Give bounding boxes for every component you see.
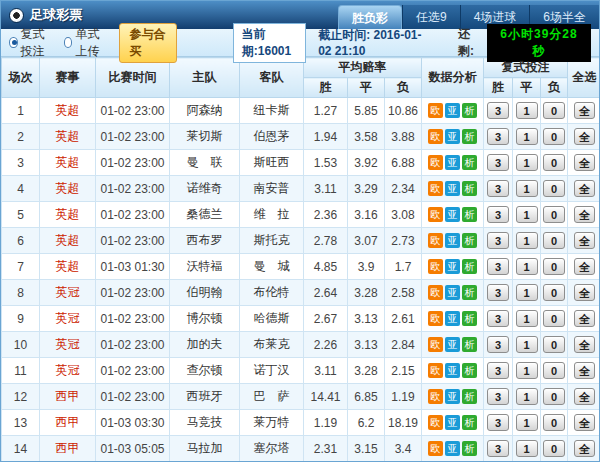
analysis-icon[interactable]: 析 [462, 337, 477, 352]
bet-draw-button[interactable]: 1 [516, 440, 538, 457]
bet-draw-button[interactable]: 1 [516, 414, 538, 431]
bet-win-button[interactable]: 3 [487, 128, 509, 145]
bet-draw-button[interactable]: 1 [516, 336, 538, 353]
bet-lose-button[interactable]: 0 [543, 102, 565, 119]
select-all-row-button[interactable]: 全 [574, 128, 595, 145]
analysis-icon[interactable]: 析 [462, 233, 477, 248]
bet-win-button[interactable]: 3 [487, 154, 509, 171]
bet-draw-button[interactable]: 1 [516, 258, 538, 275]
analysis-icon[interactable]: 析 [462, 441, 477, 456]
bet-draw-button[interactable]: 1 [516, 206, 538, 223]
euro-odds-icon[interactable]: 欧 [428, 363, 443, 378]
bet-lose-button[interactable]: 0 [543, 232, 565, 249]
bet-win-button[interactable]: 3 [487, 310, 509, 327]
bet-win-button[interactable]: 3 [487, 232, 509, 249]
select-all-row-button[interactable]: 全 [574, 180, 595, 197]
bet-draw-button[interactable]: 1 [516, 154, 538, 171]
analysis-icon[interactable]: 析 [462, 207, 477, 222]
bet-draw-button[interactable]: 1 [516, 102, 538, 119]
euro-odds-icon[interactable]: 欧 [428, 389, 443, 404]
select-all-row-button[interactable]: 全 [574, 206, 595, 223]
select-all-row-button[interactable]: 全 [574, 388, 595, 405]
euro-odds-icon[interactable]: 欧 [428, 207, 443, 222]
asia-handicap-icon[interactable]: 亚 [445, 259, 460, 274]
select-all-row-button[interactable]: 全 [574, 362, 595, 379]
euro-odds-icon[interactable]: 欧 [428, 311, 443, 326]
bet-win-button[interactable]: 3 [487, 336, 509, 353]
tab-win-draw-lose[interactable]: 胜负彩 [338, 5, 402, 29]
select-all-row-button[interactable]: 全 [574, 336, 595, 353]
asia-handicap-icon[interactable]: 亚 [445, 233, 460, 248]
euro-odds-icon[interactable]: 欧 [428, 103, 443, 118]
analysis-icon[interactable]: 析 [462, 103, 477, 118]
euro-odds-icon[interactable]: 欧 [428, 155, 443, 170]
select-all-row-button[interactable]: 全 [574, 154, 595, 171]
bet-lose-button[interactable]: 0 [543, 284, 565, 301]
asia-handicap-icon[interactable]: 亚 [445, 129, 460, 144]
tab-pick-9[interactable]: 任选9 [402, 5, 460, 29]
single-upload-radio[interactable]: 单式上传 [64, 26, 111, 60]
asia-handicap-icon[interactable]: 亚 [445, 389, 460, 404]
bet-lose-button[interactable]: 0 [543, 180, 565, 197]
select-all-row-button[interactable]: 全 [574, 258, 595, 275]
current-period-select[interactable]: 当前期:16001 [233, 23, 306, 63]
bet-win-button[interactable]: 3 [487, 440, 509, 457]
join-group-buy-button[interactable]: 参与合买 [119, 23, 177, 63]
bet-draw-button[interactable]: 1 [516, 362, 538, 379]
select-all-row-button[interactable]: 全 [574, 310, 595, 327]
euro-odds-icon[interactable]: 欧 [428, 285, 443, 300]
bet-lose-button[interactable]: 0 [543, 336, 565, 353]
select-all-row-button[interactable]: 全 [574, 284, 595, 301]
euro-odds-icon[interactable]: 欧 [428, 233, 443, 248]
analysis-icon[interactable]: 析 [462, 259, 477, 274]
asia-handicap-icon[interactable]: 亚 [445, 285, 460, 300]
bet-win-button[interactable]: 3 [487, 388, 509, 405]
select-all-row-button[interactable]: 全 [574, 440, 595, 457]
analysis-icon[interactable]: 析 [462, 363, 477, 378]
bet-lose-button[interactable]: 0 [543, 362, 565, 379]
euro-odds-icon[interactable]: 欧 [428, 129, 443, 144]
bet-win-button[interactable]: 3 [487, 414, 509, 431]
bet-win-button[interactable]: 3 [487, 362, 509, 379]
asia-handicap-icon[interactable]: 亚 [445, 415, 460, 430]
bet-draw-button[interactable]: 1 [516, 284, 538, 301]
analysis-icon[interactable]: 析 [462, 285, 477, 300]
analysis-icon[interactable]: 析 [462, 311, 477, 326]
asia-handicap-icon[interactable]: 亚 [445, 441, 460, 456]
bet-win-button[interactable]: 3 [487, 206, 509, 223]
bet-lose-button[interactable]: 0 [543, 414, 565, 431]
euro-odds-icon[interactable]: 欧 [428, 337, 443, 352]
bet-lose-button[interactable]: 0 [543, 310, 565, 327]
bet-win-button[interactable]: 3 [487, 258, 509, 275]
bet-lose-button[interactable]: 0 [543, 258, 565, 275]
bet-draw-button[interactable]: 1 [516, 180, 538, 197]
asia-handicap-icon[interactable]: 亚 [445, 311, 460, 326]
bet-lose-button[interactable]: 0 [543, 128, 565, 145]
bet-lose-button[interactable]: 0 [543, 388, 565, 405]
duplex-bet-radio[interactable]: 复式投注 [9, 26, 56, 60]
euro-odds-icon[interactable]: 欧 [428, 441, 443, 456]
euro-odds-icon[interactable]: 欧 [428, 259, 443, 274]
bet-draw-button[interactable]: 1 [516, 128, 538, 145]
euro-odds-icon[interactable]: 欧 [428, 415, 443, 430]
asia-handicap-icon[interactable]: 亚 [445, 181, 460, 196]
asia-handicap-icon[interactable]: 亚 [445, 363, 460, 378]
select-all-row-button[interactable]: 全 [574, 102, 595, 119]
bet-draw-button[interactable]: 1 [516, 388, 538, 405]
bet-lose-button[interactable]: 0 [543, 440, 565, 457]
asia-handicap-icon[interactable]: 亚 [445, 103, 460, 118]
bet-draw-button[interactable]: 1 [516, 310, 538, 327]
analysis-icon[interactable]: 析 [462, 389, 477, 404]
bet-win-button[interactable]: 3 [487, 102, 509, 119]
asia-handicap-icon[interactable]: 亚 [445, 155, 460, 170]
asia-handicap-icon[interactable]: 亚 [445, 337, 460, 352]
bet-lose-button[interactable]: 0 [543, 206, 565, 223]
analysis-icon[interactable]: 析 [462, 129, 477, 144]
bet-win-button[interactable]: 3 [487, 180, 509, 197]
select-all-row-button[interactable]: 全 [574, 232, 595, 249]
bet-win-button[interactable]: 3 [487, 284, 509, 301]
analysis-icon[interactable]: 析 [462, 155, 477, 170]
analysis-icon[interactable]: 析 [462, 181, 477, 196]
bet-draw-button[interactable]: 1 [516, 232, 538, 249]
select-all-row-button[interactable]: 全 [574, 414, 595, 431]
